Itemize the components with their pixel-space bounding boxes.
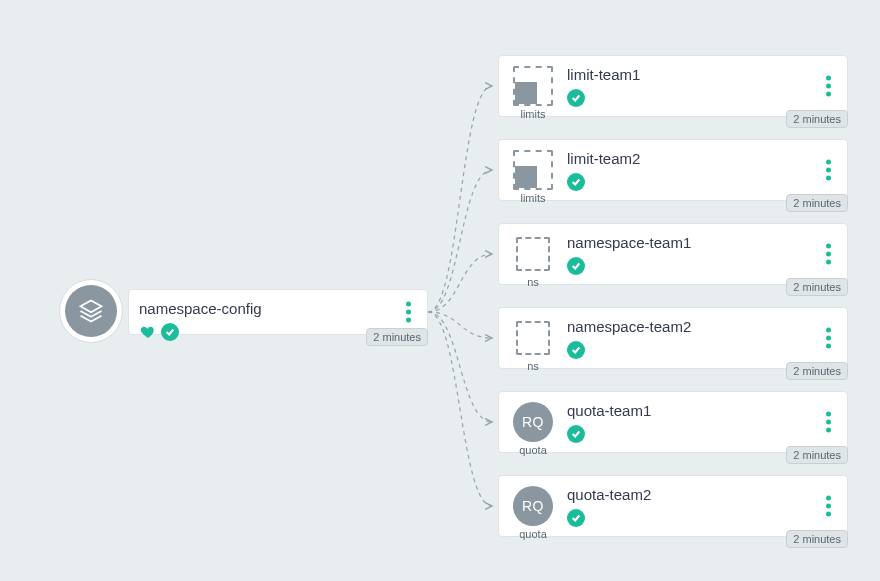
child-time-badge: 2 minutes bbox=[786, 530, 848, 548]
child-status bbox=[567, 425, 835, 443]
child-status bbox=[567, 173, 835, 191]
stack-icon bbox=[77, 297, 105, 325]
child-status bbox=[567, 257, 835, 275]
child-time-badge: 2 minutes bbox=[786, 278, 848, 296]
check-icon bbox=[161, 323, 179, 341]
child-status bbox=[567, 341, 835, 359]
child-title: limit-team1 bbox=[567, 66, 835, 83]
kind-label: limits bbox=[520, 108, 545, 120]
child-time-badge: 2 minutes bbox=[786, 362, 848, 380]
kind-label: limits bbox=[520, 192, 545, 204]
child-menu-button[interactable] bbox=[822, 324, 835, 353]
kind-label: quota bbox=[519, 528, 547, 540]
child-menu-button[interactable] bbox=[822, 408, 835, 437]
child-node[interactable]: limitslimit-team22 minutes bbox=[498, 139, 848, 201]
root-app-icon bbox=[59, 279, 123, 343]
child-node[interactable]: RQquotaquota-team12 minutes bbox=[498, 391, 848, 453]
root-time-badge: 2 minutes bbox=[366, 328, 428, 346]
child-node[interactable]: nsnamespace-team22 minutes bbox=[498, 307, 848, 369]
child-menu-button[interactable] bbox=[822, 492, 835, 521]
check-icon bbox=[567, 509, 585, 527]
limits-icon: limits bbox=[509, 150, 557, 204]
check-icon bbox=[567, 257, 585, 275]
kind-label: quota bbox=[519, 444, 547, 456]
kind-label: ns bbox=[527, 276, 539, 288]
rq-icon: RQquota bbox=[509, 486, 557, 540]
child-node[interactable]: nsnamespace-team12 minutes bbox=[498, 223, 848, 285]
child-status bbox=[567, 89, 835, 107]
check-icon bbox=[567, 89, 585, 107]
child-menu-button[interactable] bbox=[822, 240, 835, 269]
rq-icon: RQquota bbox=[509, 402, 557, 456]
child-time-badge: 2 minutes bbox=[786, 446, 848, 464]
kind-label: ns bbox=[527, 360, 539, 372]
ns-icon: ns bbox=[509, 234, 557, 288]
check-icon bbox=[567, 341, 585, 359]
child-title: namespace-team2 bbox=[567, 318, 835, 335]
check-icon bbox=[567, 173, 585, 191]
heart-icon bbox=[139, 323, 157, 341]
root-menu-button[interactable] bbox=[402, 298, 415, 327]
child-menu-button[interactable] bbox=[822, 72, 835, 101]
child-node[interactable]: RQquotaquota-team22 minutes bbox=[498, 475, 848, 537]
child-title: limit-team2 bbox=[567, 150, 835, 167]
check-icon bbox=[567, 425, 585, 443]
child-menu-button[interactable] bbox=[822, 156, 835, 185]
root-title: namespace-config bbox=[139, 300, 415, 317]
root-node[interactable]: namespace-config 2 minutes bbox=[128, 289, 428, 335]
child-time-badge: 2 minutes bbox=[786, 194, 848, 212]
svg-marker-0 bbox=[81, 301, 102, 313]
child-title: quota-team1 bbox=[567, 402, 835, 419]
child-title: quota-team2 bbox=[567, 486, 835, 503]
limits-icon: limits bbox=[509, 66, 557, 120]
child-title: namespace-team1 bbox=[567, 234, 835, 251]
ns-icon: ns bbox=[509, 318, 557, 372]
child-status bbox=[567, 509, 835, 527]
child-time-badge: 2 minutes bbox=[786, 110, 848, 128]
child-node[interactable]: limitslimit-team12 minutes bbox=[498, 55, 848, 117]
